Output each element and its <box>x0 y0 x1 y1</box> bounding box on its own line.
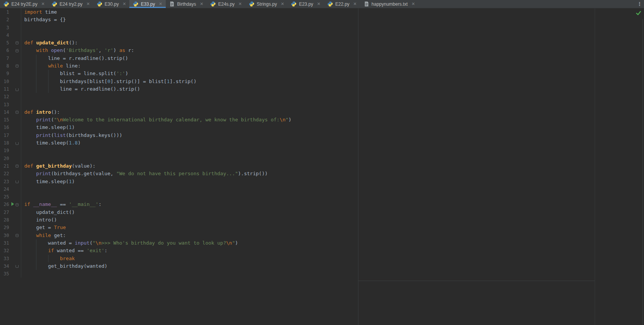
code-text[interactable]: def get_birthday(value): <box>21 162 96 170</box>
gutter[interactable]: 18 <box>0 139 21 147</box>
code-text[interactable]: print(birthdays.get(value, "We do not ha… <box>21 170 268 177</box>
run-arrow-icon[interactable] <box>11 202 14 206</box>
code-text[interactable]: import time <box>21 8 57 16</box>
code-text[interactable]: if __name__ == '__main__': <box>21 201 102 208</box>
gutter[interactable]: 12 <box>0 93 21 100</box>
gutter[interactable]: 15 <box>0 116 21 124</box>
gutter[interactable]: 6 <box>0 47 21 54</box>
fold-start-icon[interactable] <box>16 111 19 114</box>
code-text[interactable]: line = r.readline().strip() <box>21 85 140 93</box>
code-text[interactable]: get = True <box>21 224 66 231</box>
gutter[interactable]: 27 <box>0 209 21 216</box>
code-text[interactable]: break <box>21 255 75 262</box>
tab-close-icon[interactable]: ✕ <box>200 2 203 6</box>
tab-e24-try2e-py[interactable]: E24 try2E.py✕ <box>0 0 48 8</box>
tab-happynumbers-txt[interactable]: happynumbers.txt✕ <box>360 0 419 8</box>
code-editor[interactable]: 1import time2birthdays = {}345def update… <box>0 8 644 325</box>
gutter[interactable]: 17 <box>0 132 21 139</box>
code-text[interactable] <box>21 24 24 31</box>
gutter[interactable]: 13 <box>0 101 21 108</box>
tab-close-icon[interactable]: ✕ <box>86 2 90 6</box>
fold-start-icon[interactable] <box>16 64 19 68</box>
gutter[interactable]: 3 <box>0 24 21 31</box>
code-text[interactable]: while line: <box>21 62 81 70</box>
fold-start-icon[interactable] <box>16 49 19 52</box>
gutter[interactable]: 32 <box>0 247 21 254</box>
code-text[interactable]: time.sleep(1) <box>21 178 75 185</box>
tab-e23-py[interactable]: E23.py✕ <box>287 0 324 8</box>
gutter[interactable]: 19 <box>0 147 21 154</box>
gutter[interactable]: 10 <box>0 78 21 85</box>
code-text[interactable]: time.sleep(1.8) <box>21 139 81 147</box>
gutter[interactable]: 34 <box>0 262 21 270</box>
code-text[interactable] <box>21 193 24 201</box>
code-text[interactable]: def update_dict(): <box>21 39 78 47</box>
kebab-menu-icon[interactable]: ⋮ <box>637 1 642 8</box>
gutter[interactable]: 28 <box>0 216 21 224</box>
fold-end-icon[interactable] <box>16 181 19 183</box>
code-text[interactable] <box>21 270 24 278</box>
tab-close-icon[interactable]: ✕ <box>123 2 126 6</box>
tab-close-icon[interactable]: ✕ <box>412 2 415 6</box>
gutter[interactable]: 26 <box>0 201 21 208</box>
tab-close-icon[interactable]: ✕ <box>239 2 242 6</box>
inspections-ok-icon[interactable] <box>636 10 641 16</box>
code-text[interactable] <box>21 93 24 100</box>
gutter[interactable]: 11 <box>0 85 21 93</box>
gutter[interactable]: 23 <box>0 178 21 185</box>
tab-e30-py[interactable]: E30.py✕ <box>93 0 130 8</box>
code-text[interactable]: wanted = input("\n>>> Who's birthday do … <box>21 239 238 247</box>
code-text[interactable]: if wanted == 'exit': <box>21 247 107 254</box>
fold-end-icon[interactable] <box>16 88 19 91</box>
fold-end-icon[interactable] <box>16 265 19 268</box>
gutter[interactable]: 33 <box>0 255 21 262</box>
code-text[interactable]: print(list(birthdays.keys())) <box>21 132 122 139</box>
gutter[interactable]: 22 <box>0 170 21 177</box>
code-text[interactable]: def intro(): <box>21 108 60 116</box>
tab-close-icon[interactable]: ✕ <box>41 2 45 6</box>
tab-strings-py[interactable]: Strings.py✕ <box>245 0 288 8</box>
code-text[interactable]: time.sleep(1) <box>21 124 75 131</box>
gutter[interactable]: 2 <box>0 16 21 24</box>
tab-close-icon[interactable]: ✕ <box>353 2 357 6</box>
gutter[interactable]: 24 <box>0 185 21 193</box>
code-text[interactable]: birthdays = {} <box>21 16 66 24</box>
code-text[interactable]: with open('Birthdays', 'r') as r: <box>21 47 134 54</box>
code-text[interactable]: while get: <box>21 232 66 239</box>
gutter[interactable]: 25 <box>0 193 21 201</box>
tab-birthdays[interactable]: Birthdays✕ <box>166 0 207 8</box>
code-text[interactable]: get_birthday(wanted) <box>21 262 107 270</box>
tab-close-icon[interactable]: ✕ <box>159 2 162 6</box>
tab-e24s-py[interactable]: E24s.py✕ <box>207 0 245 8</box>
tab-close-icon[interactable]: ✕ <box>281 2 284 6</box>
code-text[interactable]: print("\nWelcome to the international bi… <box>21 116 291 124</box>
gutter[interactable]: 31 <box>0 239 21 247</box>
gutter[interactable]: 21 <box>0 162 21 170</box>
fold-start-icon[interactable] <box>16 234 19 237</box>
gutter[interactable]: 8 <box>0 62 21 70</box>
tab-e24-try2-py[interactable]: E24 try2.py✕ <box>48 0 93 8</box>
gutter[interactable]: 1 <box>0 8 21 16</box>
code-text[interactable]: intro() <box>21 216 57 224</box>
gutter[interactable]: 29 <box>0 224 21 231</box>
gutter[interactable]: 30 <box>0 232 21 239</box>
code-text[interactable]: line = r.readline().strip() <box>21 55 128 62</box>
gutter[interactable]: 7 <box>0 55 21 62</box>
tab-e33-py[interactable]: E33.py✕ <box>129 0 166 8</box>
gutter[interactable]: 9 <box>0 70 21 77</box>
code-text[interactable] <box>21 155 24 162</box>
gutter[interactable]: 20 <box>0 155 21 162</box>
gutter[interactable]: 35 <box>0 270 21 278</box>
code-text[interactable]: birthdays[blist[0].strip()] = blist[1].s… <box>21 78 196 85</box>
gutter[interactable]: 5 <box>0 39 21 47</box>
code-text[interactable] <box>21 147 24 154</box>
code-text[interactable] <box>21 31 24 39</box>
gutter[interactable]: 4 <box>0 31 21 39</box>
code-text[interactable] <box>21 185 24 193</box>
gutter[interactable]: 14 <box>0 108 21 116</box>
code-text[interactable]: update_dict() <box>21 209 75 216</box>
fold-end-icon[interactable] <box>16 142 19 145</box>
fold-start-icon[interactable] <box>16 41 19 44</box>
fold-start-icon[interactable] <box>16 165 19 168</box>
editor-scrollbar[interactable] <box>642 19 643 325</box>
